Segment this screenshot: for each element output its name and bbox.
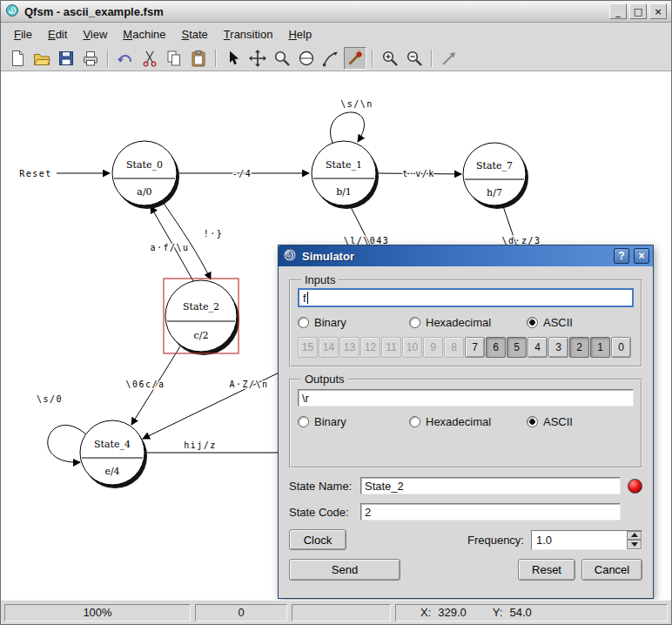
- zoom-in-icon: [380, 49, 400, 68]
- zoom-tool-button[interactable]: [271, 47, 293, 70]
- inputs-field[interactable]: f: [298, 288, 634, 307]
- state-name-row: State Name: State_2: [289, 477, 642, 494]
- simulator-titlebar[interactable]: Simulator ? ×: [279, 245, 653, 266]
- label-t1-self: \s/\n: [340, 99, 373, 109]
- pan-tool-button[interactable]: [438, 47, 460, 70]
- save-button[interactable]: [55, 47, 77, 70]
- state-name-field[interactable]: State_2: [360, 477, 621, 494]
- svg-text:c/2: c/2: [194, 330, 209, 341]
- zoom-in-button[interactable]: [379, 47, 401, 70]
- label-t2-t4: \06c/a: [125, 380, 165, 389]
- state-node-state7[interactable]: State_7 h/7: [463, 143, 528, 209]
- zoom-out-icon: [405, 49, 424, 68]
- maximize-icon: □: [634, 7, 642, 17]
- simulator-title: Simulator: [302, 250, 609, 263]
- label-t0-t2: !·}: [204, 229, 224, 239]
- label-t4-right: hij/z: [184, 440, 217, 450]
- bit-1-button[interactable]: 1: [590, 337, 610, 358]
- menu-machine[interactable]: Machine: [115, 25, 173, 44]
- zoom-out-button[interactable]: [403, 47, 426, 70]
- outputs-ascii-radio[interactable]: ASCII: [527, 415, 573, 428]
- outputs-hexadecimal-radio[interactable]: Hexadecimal: [409, 415, 527, 428]
- state-node-state2[interactable]: State_2 c/2: [164, 279, 239, 355]
- bit-10-button: 10: [402, 337, 422, 358]
- bit-3-button[interactable]: 3: [548, 337, 568, 358]
- bit-6-button[interactable]: 6: [486, 337, 506, 358]
- add-transition-tool-button[interactable]: [319, 47, 342, 70]
- menu-transition[interactable]: Transition: [216, 25, 281, 44]
- svg-text:a/0: a/0: [137, 186, 151, 198]
- bit-5-button[interactable]: 5: [507, 337, 527, 358]
- frequency-spinbox[interactable]: 1.0: [531, 530, 642, 550]
- maximize-button[interactable]: □: [629, 3, 647, 19]
- label-az-t4: A·Z/\n: [229, 380, 268, 389]
- close-button[interactable]: ×: [649, 3, 667, 19]
- y-value: 54.0: [509, 606, 531, 619]
- simulate-tool-button[interactable]: [344, 47, 366, 70]
- new-file-button[interactable]: [6, 47, 29, 70]
- bit-12-button: 12: [360, 337, 380, 358]
- dialog-close-button[interactable]: ×: [634, 248, 649, 264]
- menu-state[interactable]: State: [173, 25, 215, 44]
- cancel-button[interactable]: Cancel: [581, 559, 642, 581]
- select-tool-button[interactable]: [222, 47, 245, 70]
- spin-down-button[interactable]: [627, 540, 642, 549]
- window-title: Qfsm - ascii_example.fsm: [24, 5, 604, 18]
- open-file-button[interactable]: [30, 47, 53, 70]
- copy-button[interactable]: [163, 47, 185, 70]
- close-icon: ×: [638, 251, 644, 261]
- bit-4-button[interactable]: 4: [528, 337, 548, 358]
- outputs-value: \r: [302, 392, 309, 405]
- clock-button[interactable]: Clock: [289, 529, 346, 550]
- transition-icon: [321, 49, 340, 68]
- undo-button[interactable]: [114, 47, 137, 70]
- transition-state1-self[interactable]: [331, 112, 365, 143]
- state-code-field[interactable]: 2: [360, 503, 621, 521]
- bit-7-button[interactable]: 7: [465, 337, 485, 358]
- bit-2-button[interactable]: 2: [569, 337, 589, 358]
- copy-icon: [165, 49, 184, 68]
- x-label: X:: [420, 606, 431, 619]
- radio-icon: [409, 317, 420, 328]
- window-titlebar[interactable]: Qfsm - ascii_example.fsm _ □ ×: [1, 1, 671, 23]
- frequency-value[interactable]: 1.0: [532, 531, 627, 549]
- dialog-help-button[interactable]: ?: [614, 248, 629, 264]
- state-node-state4[interactable]: State_4 e/4: [80, 420, 147, 488]
- state-node-state1[interactable]: State_1 b/1: [312, 141, 379, 209]
- bit-0-button[interactable]: 0: [611, 337, 631, 358]
- spin-up-button[interactable]: [627, 531, 642, 541]
- menu-view[interactable]: View: [75, 25, 115, 44]
- outputs-binary-radio[interactable]: Binary: [298, 415, 409, 428]
- bit-15-button: 15: [298, 337, 318, 358]
- reset-button[interactable]: Reset: [518, 559, 575, 581]
- print-button[interactable]: [79, 47, 102, 70]
- save-icon: [57, 49, 76, 68]
- transition-az-state4[interactable]: [143, 366, 292, 439]
- paste-button[interactable]: [187, 47, 210, 70]
- simulator-dialog: Simulator ? × Inputs f Binary Hexadecima…: [278, 245, 654, 599]
- minimize-button[interactable]: _: [609, 3, 627, 19]
- inputs-binary-radio[interactable]: Binary: [298, 316, 409, 329]
- move-tool-button[interactable]: [246, 47, 269, 70]
- minimize-icon: _: [615, 7, 621, 17]
- toolbar: [1, 45, 671, 71]
- bit-13-button: 13: [339, 337, 360, 358]
- state-name-label: State Name:: [289, 480, 360, 493]
- cut-button[interactable]: [138, 47, 161, 70]
- diagram-canvas[interactable]: State_0 a/0 State_1 b/1 State_7 h/7: [1, 71, 671, 600]
- svg-text:State_7: State_7: [476, 160, 513, 171]
- frequency-label: Frequency:: [467, 534, 524, 547]
- state-node-state0[interactable]: State_0 a/0: [112, 141, 179, 209]
- arrow-ne-icon: [440, 49, 459, 68]
- bit-9-button: 9: [423, 337, 443, 358]
- inputs-ascii-radio[interactable]: ASCII: [527, 316, 573, 329]
- svg-text:State_4: State_4: [94, 439, 131, 450]
- menubar: File Edit View Machine State Transition …: [1, 23, 671, 45]
- menu-file[interactable]: File: [6, 25, 40, 44]
- menu-edit[interactable]: Edit: [40, 25, 75, 44]
- clock-row: Clock Frequency: 1.0: [289, 529, 642, 550]
- inputs-hexadecimal-radio[interactable]: Hexadecimal: [409, 316, 527, 329]
- add-state-tool-button[interactable]: [295, 47, 318, 70]
- send-button[interactable]: Send: [289, 559, 400, 581]
- menu-help[interactable]: Help: [280, 25, 319, 44]
